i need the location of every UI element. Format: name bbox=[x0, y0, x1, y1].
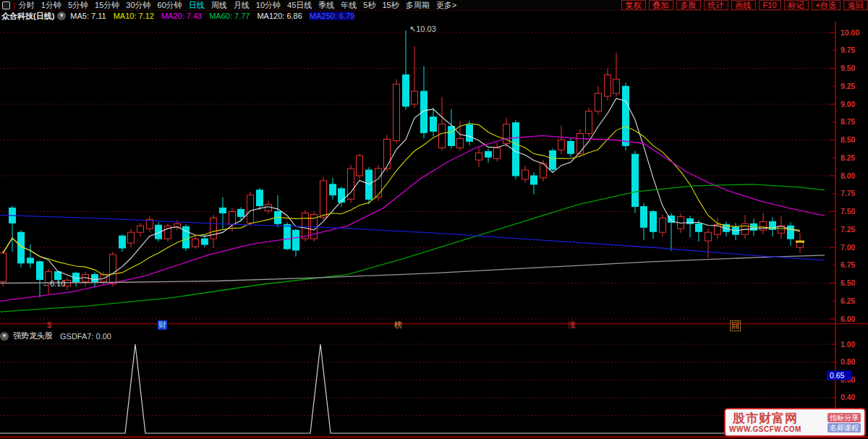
indicator-axis-label: 0.80 bbox=[841, 357, 856, 366]
candle-body bbox=[220, 208, 226, 213]
timeline-marker: 涨 bbox=[567, 320, 576, 330]
candle-body bbox=[485, 151, 492, 157]
ma-line-ma10 bbox=[3, 124, 800, 276]
candle-body bbox=[320, 181, 327, 217]
candle-body bbox=[513, 123, 519, 176]
price-axis-label: 8.50 bbox=[841, 135, 856, 144]
candle-body bbox=[586, 111, 592, 134]
ma-line-ma20 bbox=[0, 136, 825, 302]
watermark-url: WWW.GSCFW.COM bbox=[729, 425, 801, 433]
ma-line-ma5 bbox=[3, 98, 800, 280]
candle-body bbox=[375, 169, 382, 197]
candle-body bbox=[632, 154, 639, 206]
price-axis-label: 9.00 bbox=[841, 100, 856, 108]
price-axis-label: 9.25 bbox=[841, 82, 856, 90]
candle-body bbox=[247, 195, 254, 223]
candle-body bbox=[476, 153, 482, 160]
candle-body bbox=[788, 226, 794, 239]
candle-body bbox=[257, 190, 263, 206]
candle-body bbox=[202, 239, 208, 244]
candle-body bbox=[55, 272, 61, 280]
price-axis-label: 10.00 bbox=[841, 28, 859, 37]
candle-body bbox=[650, 212, 657, 232]
candle-body bbox=[522, 170, 529, 179]
price-axis-label: 7.25 bbox=[841, 225, 856, 234]
price-axis-label: 6.50 bbox=[841, 278, 856, 287]
chart-canvas[interactable]: ↖10.03←6.106.006.256.506.757.007.257.507… bbox=[0, 0, 868, 439]
timeline-marker: $ bbox=[46, 320, 52, 330]
price-axis-label: 8.25 bbox=[841, 153, 856, 162]
candle-body bbox=[393, 84, 400, 140]
candle-body bbox=[384, 140, 391, 169]
candle-body bbox=[284, 224, 291, 249]
candle-body bbox=[229, 212, 236, 225]
indicator-panel-header: ▼ 强势龙头股 GSDFA7: 0.00 bbox=[0, 331, 111, 341]
timeline-marker: 回 bbox=[730, 320, 741, 331]
candle-body bbox=[613, 79, 620, 93]
price-axis-label: 6.00 bbox=[841, 315, 856, 323]
candle-body bbox=[37, 262, 43, 280]
candle-body bbox=[128, 232, 135, 243]
price-annotation: ↖10.03 bbox=[409, 25, 436, 33]
candle-body bbox=[192, 239, 199, 247]
candle-body bbox=[550, 150, 556, 169]
candle-body bbox=[27, 258, 34, 263]
candle-body bbox=[357, 155, 363, 176]
candle-body bbox=[137, 226, 144, 232]
candle-body bbox=[110, 255, 116, 284]
price-axis-label: 9.75 bbox=[841, 46, 856, 54]
indicator-axis-label: 0.40 bbox=[841, 393, 856, 401]
candle-body bbox=[760, 221, 767, 230]
indicator-axis-label: 1.00 bbox=[841, 340, 856, 349]
watermark-tag: 指标分享 bbox=[827, 413, 861, 422]
current-price-marker bbox=[796, 241, 804, 243]
candle-body bbox=[605, 74, 611, 96]
candle-body bbox=[238, 210, 244, 217]
candle-body bbox=[430, 117, 437, 132]
candle-body bbox=[457, 139, 464, 148]
price-axis-label: 7.50 bbox=[841, 207, 856, 216]
chevron-down-icon[interactable]: ▼ bbox=[0, 332, 9, 341]
candle-body bbox=[439, 124, 446, 148]
candle-body bbox=[412, 91, 418, 104]
candle-body bbox=[366, 170, 373, 200]
candle-body bbox=[0, 253, 7, 282]
ma-line-ma120 bbox=[0, 255, 825, 284]
candle-body bbox=[293, 230, 299, 250]
timeline-marker: 财 bbox=[158, 320, 167, 330]
candle-body bbox=[210, 218, 217, 239]
candle-body bbox=[568, 141, 574, 153]
indicator-value: GSDFA7: 0.00 bbox=[60, 332, 111, 341]
watermark-tags: 指标分享名师课程 bbox=[827, 412, 861, 433]
candle-body bbox=[403, 74, 409, 106]
candle-body bbox=[660, 218, 666, 232]
watermark-title: 股市财富网 bbox=[733, 412, 798, 425]
price-axis-label: 7.00 bbox=[841, 243, 856, 252]
highlight-value-text: 0.65 bbox=[830, 371, 845, 380]
candle-body bbox=[330, 184, 336, 195]
candle-body bbox=[558, 140, 565, 150]
price-annotation: ←6.10 bbox=[42, 279, 65, 288]
indicator-name: 强势龙头股 bbox=[13, 331, 53, 341]
price-axis-label: 8.00 bbox=[841, 171, 856, 180]
price-axis-label: 6.25 bbox=[841, 297, 856, 305]
price-axis-label: 9.50 bbox=[841, 64, 856, 72]
candle-body bbox=[448, 127, 455, 146]
candle-body bbox=[705, 232, 712, 241]
candle-body bbox=[467, 125, 473, 142]
candle-body bbox=[595, 93, 602, 111]
indicator-signal-line bbox=[0, 344, 834, 433]
candle-body bbox=[577, 134, 584, 154]
stock-app-window: ↖10.03←6.106.006.256.506.757.007.257.507… bbox=[0, 0, 868, 439]
candle-body bbox=[641, 207, 647, 228]
watermark-box: 股市财富网 WWW.GSCFW.COM 指标分享名师课程 bbox=[724, 408, 866, 437]
price-axis-label: 8.75 bbox=[841, 117, 856, 126]
candle-body bbox=[531, 176, 537, 184]
candle-body bbox=[119, 236, 126, 248]
watermark-tag: 名师课程 bbox=[827, 423, 861, 432]
watermark-text: 股市财富网 WWW.GSCFW.COM bbox=[729, 412, 801, 433]
candle-body bbox=[92, 275, 98, 282]
price-axis-label: 7.75 bbox=[841, 189, 856, 197]
candle-body bbox=[302, 213, 309, 239]
timeline-marker: 榜 bbox=[393, 320, 403, 330]
